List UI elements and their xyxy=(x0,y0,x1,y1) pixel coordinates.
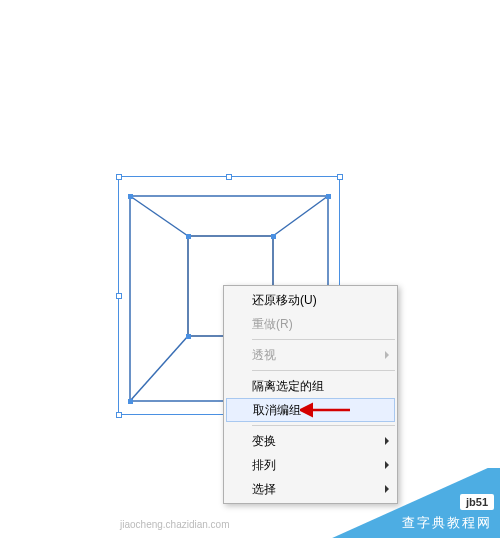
canvas-area[interactable]: 还原移动(U) 重做(R) 透视 隔离选定的组 取消编组 变换 排列 选择 xyxy=(0,0,500,538)
watermark-text: 查字典教程网 xyxy=(402,514,492,532)
menu-item-undo-move[interactable]: 还原移动(U) xyxy=(224,288,397,312)
svg-line-3 xyxy=(273,196,328,236)
menu-item-ungroup[interactable]: 取消编组 xyxy=(226,398,395,422)
menu-label: 透视 xyxy=(252,348,276,362)
menu-item-transform[interactable]: 变换 xyxy=(224,429,397,453)
menu-label: 选择 xyxy=(252,482,276,496)
anchor-point[interactable] xyxy=(326,194,331,199)
watermark-url: jiaocheng.chazidian.com xyxy=(120,519,230,530)
menu-label: 变换 xyxy=(252,434,276,448)
anchor-point[interactable] xyxy=(186,334,191,339)
svg-line-2 xyxy=(130,196,188,236)
menu-item-perspective: 透视 xyxy=(224,343,397,367)
menu-separator xyxy=(252,425,395,426)
menu-item-redo: 重做(R) xyxy=(224,312,397,336)
anchor-point[interactable] xyxy=(271,234,276,239)
svg-line-5 xyxy=(130,336,188,401)
menu-separator xyxy=(252,370,395,371)
menu-item-isolate-group[interactable]: 隔离选定的组 xyxy=(224,374,397,398)
anchor-point[interactable] xyxy=(128,399,133,404)
chevron-right-icon xyxy=(385,351,389,359)
watermark-badge: jb51 xyxy=(460,494,494,510)
menu-label: 排列 xyxy=(252,458,276,472)
menu-separator xyxy=(252,339,395,340)
watermark: jb51 查字典教程网 xyxy=(320,468,500,538)
chevron-right-icon xyxy=(385,437,389,445)
anchor-point[interactable] xyxy=(186,234,191,239)
anchor-point[interactable] xyxy=(128,194,133,199)
